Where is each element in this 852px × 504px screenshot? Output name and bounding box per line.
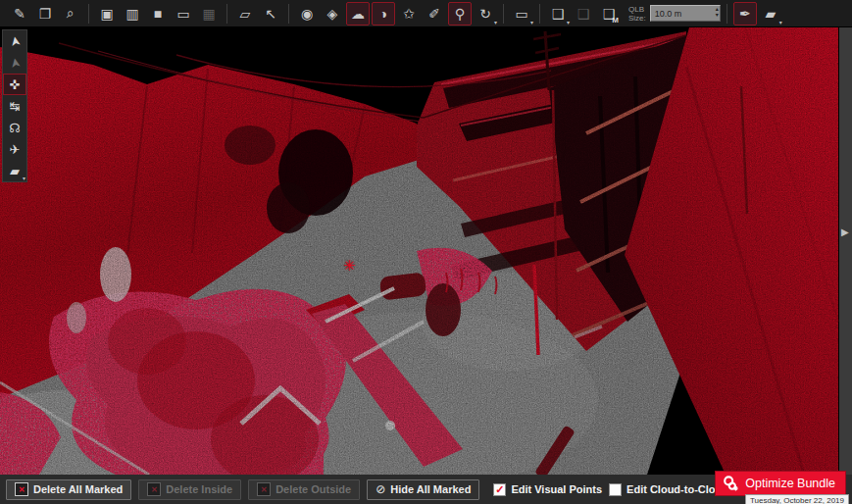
location-pin-icon-glyph: ⚲	[455, 6, 465, 22]
qlb-spinner[interactable]: ▴ ▾	[716, 6, 719, 18]
right-panel-strip: ▶	[839, 27, 852, 475]
pan-tool-icon[interactable]: ✜	[3, 74, 26, 95]
eraser-icon-dropdown[interactable]: ▾	[779, 20, 782, 25]
clip-cube-icon-glyph: ❑	[577, 6, 590, 22]
model-cube-icon[interactable]: ❑M	[597, 2, 621, 25]
qlb-size-value: 10.0 m	[655, 9, 682, 19]
rotate-tool-icon[interactable]: ↻▾	[474, 2, 497, 25]
measure-tool-icon-glyph: ▱	[240, 6, 251, 22]
toolbar-separator	[288, 4, 289, 24]
qlb-size-label: QLB Size:	[628, 5, 646, 23]
target-icon-glyph: ◉	[301, 6, 313, 22]
clip-cube-icon: ❑	[572, 2, 595, 25]
orbit-view-icon[interactable]: ☊	[3, 117, 26, 138]
toolbar-separator	[88, 4, 89, 24]
toolbar-separator	[727, 4, 727, 24]
eraser-icon[interactable]: ▰▾	[759, 2, 782, 25]
annotate-tool-icon[interactable]: ✎	[8, 2, 31, 25]
selection-box-icon-dropdown[interactable]: ▾	[530, 20, 533, 25]
brush-select-icon[interactable]: ✒	[733, 2, 757, 25]
panel-expander-icon[interactable]: ▶	[841, 227, 849, 237]
tag-icon-glyph: ◈	[327, 6, 338, 22]
rotate-tool-icon-dropdown[interactable]: ▾	[494, 20, 497, 25]
image-view-icon-glyph: ▦	[202, 6, 215, 22]
split-view-icon[interactable]: ▥	[121, 2, 144, 25]
date-tooltip-text: Tuesday, October 22, 2019	[750, 496, 844, 504]
checkbox-checked-icon[interactable]: ✓	[493, 483, 506, 496]
toolbar-separator	[226, 4, 227, 24]
check-icon: ✓	[495, 483, 504, 496]
image-view-icon: ▦	[197, 2, 221, 25]
draw-line-icon-glyph: ✐	[428, 6, 440, 22]
cascade-windows-icon[interactable]: ❐	[33, 2, 57, 25]
draw-line-icon[interactable]: ✐	[423, 2, 446, 25]
eraser-tool-icon[interactable]: ▰▾	[3, 160, 26, 181]
delete-inside-icon: ✕	[147, 482, 161, 496]
delete-inside-label: Delete Inside	[166, 483, 232, 495]
delete-outside-icon: ✕	[257, 482, 271, 496]
pan-tool-icon-glyph: ✜	[10, 77, 21, 92]
single-view-icon-glyph: ■	[154, 6, 162, 22]
sphere-display-icon-glyph: ◑	[379, 6, 387, 22]
view-cube-icon-dropdown[interactable]: ▾	[567, 20, 570, 25]
delete-all-marked-label: Delete All Marked	[33, 483, 123, 495]
camera-icon[interactable]: ▣	[95, 2, 119, 25]
delete-outside-button: ✕ Delete Outside	[248, 479, 360, 500]
view-cube-icon-glyph: ❑	[552, 6, 565, 22]
top-toolbar: ✎❐⌕▣▥■▭▦▱↖◉◈☁◑✩✐⚲↻▾▭▾❑▾❑❑M QLB Size: 10.…	[0, 0, 852, 27]
measure-distance-icon[interactable]: ↹	[3, 95, 26, 117]
top-toolbar-groups: ✎❐⌕▣▥■▭▦▱↖◉◈☁◑✩✐⚲↻▾▭▾❑▾❑❑M	[4, 2, 625, 25]
hide-all-marked-button[interactable]: ⊘ Hide All Marked	[367, 479, 479, 500]
picked-point-marker: ✳	[343, 257, 356, 275]
single-view-icon[interactable]: ■	[146, 2, 170, 25]
eraser-tool-icon-dropdown[interactable]: ▾	[23, 176, 25, 181]
qlb-size-control: QLB Size: 10.0 m ▴ ▾	[628, 5, 721, 23]
toolbar-group: ❑▾❑❑M	[542, 2, 625, 25]
select-arrow-icon-glyph: ➤	[7, 34, 24, 47]
polygon-select-icon[interactable]: ✩	[397, 2, 421, 25]
checkbox-unchecked-icon[interactable]	[609, 483, 622, 496]
point-cloud-icon[interactable]: ☁	[346, 2, 370, 25]
sphere-display-icon[interactable]: ◑	[372, 2, 395, 25]
fly-tool-icon[interactable]: ✈	[3, 138, 26, 160]
viewport[interactable]	[0, 27, 852, 475]
fly-tool-icon-glyph: ✈	[10, 142, 21, 157]
model-cube-icon-overlay: M	[612, 16, 619, 25]
zoom-region-icon-glyph: ⌕	[67, 5, 75, 22]
toolbar-group: ✎❐⌕	[4, 2, 86, 25]
optimize-bundle-label: Optimize Bundle	[745, 477, 835, 490]
eraser-icon-glyph: ▰	[765, 6, 776, 22]
tag-icon[interactable]: ◈	[321, 2, 344, 25]
orbit-view-icon-glyph: ☊	[9, 121, 21, 135]
panorama-view-icon[interactable]: ▭	[172, 2, 195, 25]
spinner-down-icon[interactable]: ▾	[716, 12, 719, 18]
location-pin-icon[interactable]: ⚲	[448, 2, 472, 25]
toolbar-group: ▣▥■▭▦	[91, 2, 225, 25]
selection-box-icon[interactable]: ▭▾	[510, 2, 533, 25]
delete-outside-label: Delete Outside	[276, 483, 351, 495]
edit-tools-group: ✒▰▾	[729, 2, 786, 25]
delete-all-marked-button[interactable]: ✕ Delete All Marked	[6, 479, 131, 500]
cascade-windows-icon-glyph: ❐	[39, 6, 52, 22]
optimize-bundle-button[interactable]: Optimize Bundle Tuesday, October 22, 201…	[716, 472, 845, 495]
toolbar-separator	[539, 4, 540, 24]
edit-visual-points-checkbox[interactable]: ✓ Edit Visual Points	[493, 483, 602, 496]
select-arrow-icon[interactable]: ➤	[3, 30, 26, 52]
panorama-view-icon-glyph: ▭	[176, 6, 189, 22]
pick-point-icon[interactable]: ↖	[259, 2, 282, 25]
point-cloud-icon-glyph: ☁	[351, 6, 365, 22]
measure-distance-icon-glyph: ↹	[10, 99, 21, 114]
view-cube-icon[interactable]: ❑▾	[546, 2, 570, 25]
pick-point-icon-glyph: ↖	[265, 6, 276, 22]
zoom-region-icon[interactable]: ⌕	[59, 2, 82, 25]
measure-tool-icon[interactable]: ▱	[233, 2, 257, 25]
target-icon[interactable]: ◉	[295, 2, 319, 25]
toolbar-separator	[503, 4, 504, 24]
date-tooltip: Tuesday, October 22, 2019	[745, 494, 849, 504]
bundle-optimize-icon	[723, 476, 739, 492]
qlb-size-input[interactable]: 10.0 m ▴ ▾	[650, 5, 721, 22]
edit-visual-points-label: Edit Visual Points	[511, 483, 602, 495]
point-cloud-scene[interactable]	[0, 27, 852, 475]
brush-select-icon-glyph: ✒	[739, 6, 751, 22]
pick-multiple-icon[interactable]: ➤	[3, 52, 26, 74]
